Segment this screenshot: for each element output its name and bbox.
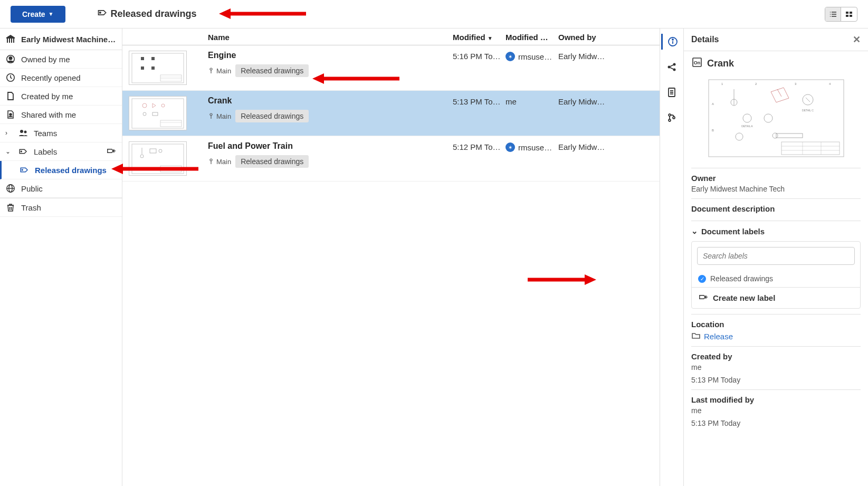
check-circle-icon: ✓ <box>698 275 706 283</box>
details-description-section: Document description <box>691 198 861 221</box>
svg-rect-82 <box>709 80 844 157</box>
svg-rect-57 <box>132 144 184 174</box>
sidebar-item-label: Created by me <box>21 92 73 101</box>
close-icon[interactable]: ✕ <box>853 34 861 45</box>
tab-info[interactable] <box>661 34 682 50</box>
cell-owned-by: Early Midw… <box>558 141 653 176</box>
label-icon <box>18 146 28 157</box>
sidebar-item-public[interactable]: Public <box>0 179 122 198</box>
last-modified-label: Last modified by <box>691 395 861 404</box>
created-by-value: me <box>691 363 861 371</box>
svg-rect-37 <box>141 57 144 60</box>
branch-indicator: Main <box>208 67 231 75</box>
document-icon <box>5 91 16 101</box>
labels-toggle[interactable]: ⌄ Document labels <box>691 226 861 236</box>
details-doc-title: On Crank <box>691 56 861 71</box>
sidebar-team-header[interactable]: Early Midwest Machine T… <box>0 28 122 50</box>
content-area: Name Modified▼ Modified … Owned by Engin… <box>122 28 868 486</box>
svg-point-28 <box>22 169 23 170</box>
svg-text:DETAIL C: DETAIL C <box>802 109 814 112</box>
svg-point-63 <box>210 159 212 161</box>
details-title: Details <box>691 35 719 44</box>
svg-text:On: On <box>694 60 701 65</box>
tab-document[interactable] <box>661 84 682 100</box>
column-name[interactable]: Name <box>208 33 453 42</box>
file-thumbnail <box>129 96 187 130</box>
cell-modified: 5:16 PM To… <box>453 51 505 85</box>
sidebar-label-released-drawings[interactable]: Released drawings <box>0 161 122 179</box>
sidebar-item-recently-opened[interactable]: Recently opened <box>0 69 122 87</box>
sidebar-item-label: Labels <box>34 147 57 156</box>
owner-label: Owner <box>691 174 861 183</box>
sidebar-item-owned-by-me[interactable]: Owned by me <box>0 50 122 69</box>
svg-point-20 <box>9 57 12 60</box>
label-chip[interactable]: Released drawings <box>235 155 309 168</box>
column-modified[interactable]: Modified▼ <box>453 33 505 42</box>
location-label: Location <box>691 320 861 329</box>
add-label-icon[interactable] <box>106 147 117 157</box>
sidebar-item-trash[interactable]: Trash <box>0 198 122 217</box>
label-option-released-drawings[interactable]: ✓ Released drawings <box>692 270 860 287</box>
cell-owned-by: Early Midw… <box>558 51 653 85</box>
svg-rect-13 <box>6 37 15 39</box>
table-row[interactable]: Crank Main Released drawings 5:13 PM To…… <box>122 91 660 136</box>
cell-modified-by: me <box>505 96 558 130</box>
svg-line-71 <box>670 65 673 66</box>
trash-icon <box>5 202 16 213</box>
sidebar-item-label: Trash <box>21 203 41 212</box>
table-header-row: Name Modified▼ Modified … Owned by <box>122 28 660 45</box>
details-labels-section: ⌄ Document labels ✓ Released drawings <box>691 221 861 314</box>
file-thumbnail <box>129 141 187 176</box>
shared-document-icon <box>5 109 16 120</box>
label-icon <box>97 7 108 21</box>
svg-point-79 <box>673 117 675 119</box>
last-modified-value: me <box>691 406 861 415</box>
svg-point-24 <box>24 131 27 134</box>
column-modified-by[interactable]: Modified … <box>505 33 558 42</box>
create-button-label: Create <box>22 10 45 18</box>
column-owned-by[interactable]: Owned by <box>558 33 653 42</box>
label-chip[interactable]: Released drawings <box>235 110 309 122</box>
svg-point-25 <box>21 151 22 152</box>
svg-rect-14 <box>7 39 8 43</box>
svg-rect-39 <box>141 66 144 70</box>
main-area: Early Midwest Machine T… Owned by me Rec… <box>0 28 868 486</box>
label-search-input[interactable] <box>697 247 855 265</box>
tab-versions[interactable] <box>661 110 682 126</box>
user-avatar-icon: ✶ <box>505 142 515 152</box>
grid-view-button[interactable] <box>841 7 857 21</box>
breadcrumb: Released drawings <box>97 7 197 21</box>
svg-rect-12 <box>850 15 852 17</box>
sidebar-item-created-by-me[interactable]: Created by me <box>0 87 122 106</box>
label-icon <box>19 165 30 175</box>
sidebar-item-shared-with-me[interactable]: Shared with me <box>0 106 122 124</box>
list-view-button[interactable] <box>825 7 841 21</box>
svg-rect-11 <box>846 15 848 17</box>
table-row[interactable]: Fuel and Power Train Main Released drawi… <box>122 136 660 182</box>
location-link[interactable]: Release <box>691 332 733 341</box>
sidebar-item-teams[interactable]: › Teams <box>0 124 122 142</box>
clock-icon <box>5 72 16 83</box>
cell-modified: 5:13 PM To… <box>453 96 505 130</box>
svg-point-0 <box>99 12 101 14</box>
sidebar-item-labels[interactable]: ⌄ Labels <box>0 142 122 161</box>
tab-share[interactable] <box>661 59 682 75</box>
create-new-label-button[interactable]: Create new label <box>692 287 860 308</box>
sidebar-item-label: Shared with me <box>21 110 76 119</box>
sidebar-item-label: Recently opened <box>21 73 81 82</box>
file-name: Fuel and Power Train <box>208 141 446 151</box>
details-owner-section: Owner Early Midwest Machine Tech <box>691 168 861 198</box>
label-chip[interactable]: Released drawings <box>235 64 309 77</box>
sidebar-team-name: Early Midwest Machine T… <box>21 35 117 44</box>
created-at: 5:13 PM Today <box>691 376 861 384</box>
table-row[interactable]: Engine Main Released drawings 5:16 PM To… <box>122 45 660 91</box>
svg-point-44 <box>210 68 212 70</box>
file-thumbnail <box>129 51 187 85</box>
svg-text:DETAIL A: DETAIL A <box>741 125 753 128</box>
cell-owned-by: Early Midw… <box>558 96 653 130</box>
details-location-section: Location Release <box>691 314 861 346</box>
svg-rect-9 <box>846 12 848 14</box>
create-button[interactable]: Create ▼ <box>11 6 65 23</box>
svg-rect-15 <box>9 39 10 43</box>
folder-icon <box>691 332 701 341</box>
